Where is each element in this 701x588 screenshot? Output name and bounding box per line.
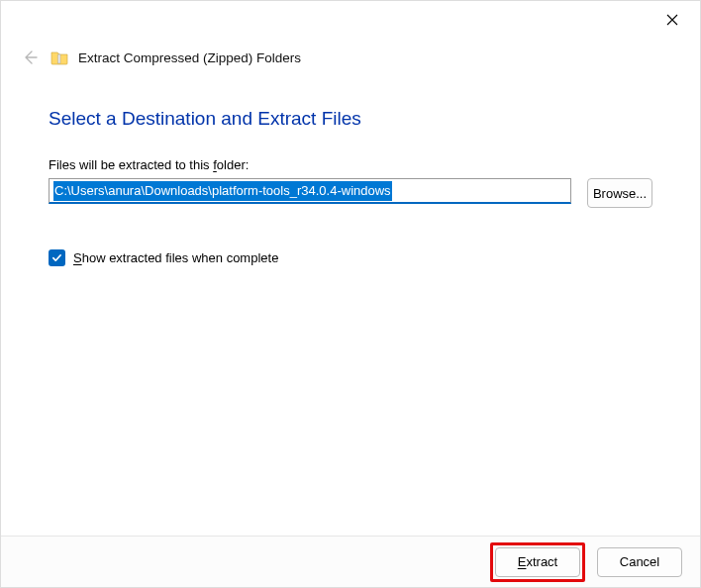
wizard-title: Extract Compressed (Zipped) Folders xyxy=(78,50,301,65)
dialog-footer: Extract Cancel xyxy=(1,536,700,587)
show-files-checkbox[interactable] xyxy=(49,249,65,266)
destination-label-post: older: xyxy=(217,157,250,172)
extract-highlight: Extract xyxy=(490,542,585,582)
titlebar xyxy=(1,1,700,39)
browse-button[interactable]: Browse... xyxy=(587,178,652,208)
svg-rect-0 xyxy=(58,54,61,63)
destination-input[interactable]: C:\Users\anura\Downloads\platform-tools_… xyxy=(49,178,571,204)
extract-button[interactable]: Extract xyxy=(495,547,580,577)
show-files-label-post: how extracted files when complete xyxy=(82,250,279,265)
show-files-label-key: S xyxy=(73,250,82,265)
back-button[interactable] xyxy=(19,47,41,68)
cancel-button[interactable]: Cancel xyxy=(597,547,682,577)
destination-label: Files will be extracted to this folder: xyxy=(49,157,652,172)
destination-row: C:\Users\anura\Downloads\platform-tools_… xyxy=(49,178,652,208)
show-files-label[interactable]: Show extracted files when complete xyxy=(73,250,278,265)
page-heading: Select a Destination and Extract Files xyxy=(49,108,652,130)
destination-input-selection: C:\Users\anura\Downloads\platform-tools_… xyxy=(53,181,392,201)
close-button[interactable] xyxy=(652,5,692,35)
content-area: Select a Destination and Extract Files F… xyxy=(1,74,700,266)
destination-label-pre: Files will be extracted to this xyxy=(49,157,213,172)
back-arrow-icon xyxy=(22,49,38,65)
checkmark-icon xyxy=(51,252,62,263)
wizard-header: Extract Compressed (Zipped) Folders xyxy=(1,39,700,74)
extract-post: xtract xyxy=(526,554,557,569)
show-files-row: Show extracted files when complete xyxy=(49,249,652,266)
close-icon xyxy=(666,14,678,26)
zipped-folder-icon xyxy=(50,49,68,65)
